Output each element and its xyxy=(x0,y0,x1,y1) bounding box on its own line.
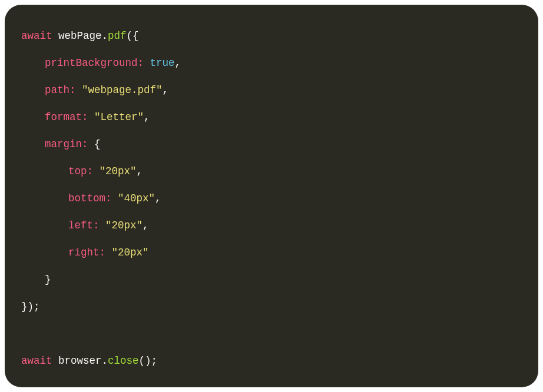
comma: , xyxy=(175,57,181,69)
str-top: "20px" xyxy=(100,165,137,177)
space xyxy=(52,30,59,42)
code-block: await webPage.pdf({ printBackground: tru… xyxy=(5,5,538,387)
str-path: "webpage.pdf" xyxy=(82,84,163,96)
space xyxy=(52,355,59,367)
code-line-blank xyxy=(21,320,522,347)
code-line-1: await webPage.pdf({ xyxy=(21,22,522,49)
code-line-3: path: "webpage.pdf", xyxy=(21,77,522,104)
kw-await: await xyxy=(21,30,52,42)
open-brace: { xyxy=(94,138,101,150)
colon: : xyxy=(93,220,105,231)
key-top: top xyxy=(68,165,87,177)
colon: : xyxy=(105,192,118,204)
code-line-12: await browser.close(); xyxy=(21,347,522,374)
dot: . xyxy=(102,30,108,42)
dot: . xyxy=(102,355,108,367)
comma: , xyxy=(163,84,169,96)
open-paren-brace: ({ xyxy=(127,30,139,42)
code-line-7: bottom: "40px", xyxy=(21,185,522,212)
close-brace: } xyxy=(45,274,51,285)
str-right: "20px" xyxy=(112,247,149,258)
close-brace-paren-semi: }); xyxy=(21,301,40,313)
colon: : xyxy=(100,247,112,258)
code-line-10: } xyxy=(21,266,522,293)
comma: , xyxy=(144,111,150,123)
code-line-6: top: "20px", xyxy=(21,158,522,185)
code-line-2: printBackground: true, xyxy=(21,49,522,77)
method-close: close xyxy=(108,355,139,367)
str-left: "20px" xyxy=(105,220,143,231)
str-format: "Letter" xyxy=(94,111,144,123)
bool-true: true xyxy=(150,57,175,69)
key-printbg: printBackground xyxy=(45,57,138,69)
code-line-11: }); xyxy=(21,293,522,320)
key-margin: margin xyxy=(45,138,82,150)
key-path: path xyxy=(45,84,69,96)
colon: : xyxy=(82,111,94,123)
var-webpage: webPage xyxy=(58,30,102,42)
code-line-5: margin: { xyxy=(21,131,522,158)
key-right: right xyxy=(68,247,100,258)
key-left: left xyxy=(68,220,93,231)
var-browser: browser xyxy=(58,355,102,367)
comma: , xyxy=(155,192,161,204)
colon: : xyxy=(69,84,82,96)
key-bottom: bottom xyxy=(68,192,105,204)
comma: , xyxy=(143,220,149,231)
colon: : xyxy=(82,138,94,150)
kw-await: await xyxy=(21,355,52,367)
colon: : xyxy=(87,165,100,177)
close-paren-semi: (); xyxy=(139,355,158,367)
key-format: format xyxy=(45,111,82,123)
code-line-9: right: "20px" xyxy=(21,239,522,266)
code-line-4: format: "Letter", xyxy=(21,104,522,131)
method-pdf: pdf xyxy=(108,30,127,42)
colon: : xyxy=(138,57,150,69)
comma: , xyxy=(137,165,143,177)
code-line-8: left: "20px", xyxy=(21,212,522,239)
str-bottom: "40px" xyxy=(118,192,155,204)
